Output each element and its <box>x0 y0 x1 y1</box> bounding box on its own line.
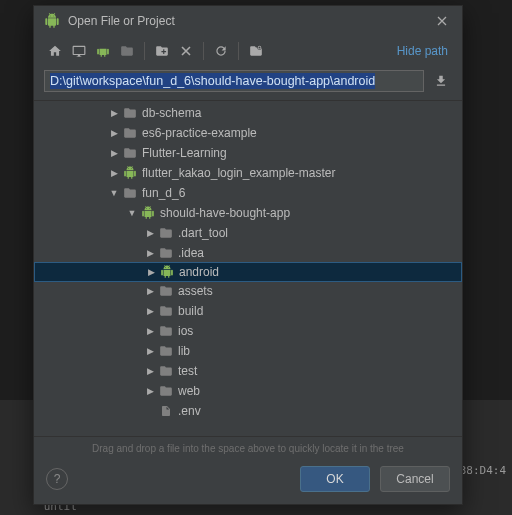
tree-node[interactable]: ▶android <box>34 262 462 282</box>
android-icon <box>122 166 138 180</box>
ok-button[interactable]: OK <box>300 466 370 492</box>
titlebar: Open File or Project <box>34 6 462 36</box>
tree-node-label: .env <box>178 404 201 418</box>
separator <box>238 42 239 60</box>
tree-node-label: .dart_tool <box>178 226 228 240</box>
dialog-title: Open File or Project <box>68 14 432 28</box>
folder-icon <box>158 344 174 358</box>
tree-node-label: web <box>178 384 200 398</box>
folder-icon <box>158 324 174 338</box>
tree-node-label: build <box>178 304 203 318</box>
expand-arrow-icon[interactable]: ▶ <box>108 168 120 178</box>
folder-icon <box>122 186 138 200</box>
folder-icon <box>158 226 174 240</box>
android-icon <box>159 265 175 279</box>
tree-node-label: test <box>178 364 197 378</box>
expand-arrow-icon[interactable]: ▶ <box>144 326 156 336</box>
close-icon[interactable] <box>432 11 452 31</box>
delete-icon[interactable] <box>175 40 197 62</box>
folder-icon <box>158 304 174 318</box>
expand-arrow-icon[interactable]: ▶ <box>144 306 156 316</box>
expand-arrow-icon[interactable]: ▶ <box>108 108 120 118</box>
tree-node-label: es6-practice-example <box>142 126 257 140</box>
tree-node-label: .idea <box>178 246 204 260</box>
tree-node[interactable]: ▶ios <box>34 321 462 341</box>
tree-node-label: db-schema <box>142 106 201 120</box>
refresh-icon[interactable] <box>210 40 232 62</box>
tree-node-label: ios <box>178 324 193 338</box>
help-button[interactable]: ? <box>46 468 68 490</box>
expand-arrow-icon[interactable]: ▼ <box>126 208 138 218</box>
tree-node[interactable]: .env <box>34 401 462 421</box>
folder-icon <box>158 284 174 298</box>
expand-arrow-icon[interactable]: ▶ <box>108 128 120 138</box>
tree-node[interactable]: ▶flutter_kakao_login_example-master <box>34 163 462 183</box>
toolbar: Hide path <box>34 36 462 66</box>
expand-arrow-icon[interactable]: ▶ <box>144 366 156 376</box>
module-icon[interactable] <box>116 40 138 62</box>
tree-node[interactable]: ▶web <box>34 381 462 401</box>
expand-arrow-icon[interactable]: ▶ <box>144 286 156 296</box>
path-input[interactable]: D:\git\workspace\fun_d_6\should-have-bou… <box>44 70 424 92</box>
open-file-dialog: Open File or Project <box>33 5 463 505</box>
separator <box>144 42 145 60</box>
tree-node[interactable]: ▶db-schema <box>34 103 462 123</box>
tree-node[interactable]: ▶Flutter-Learning <box>34 143 462 163</box>
show-hidden-icon[interactable] <box>245 40 267 62</box>
separator <box>203 42 204 60</box>
hide-path-link[interactable]: Hide path <box>393 44 452 58</box>
folder-icon <box>158 246 174 260</box>
folder-icon <box>122 106 138 120</box>
tree-node-label: flutter_kakao_login_example-master <box>142 166 335 180</box>
folder-icon <box>122 126 138 140</box>
tree-node[interactable]: ▶es6-practice-example <box>34 123 462 143</box>
tree-node-label: android <box>179 265 219 279</box>
tree-node[interactable]: ▶build <box>34 301 462 321</box>
folder-icon <box>122 146 138 160</box>
tree-node[interactable]: ▶lib <box>34 341 462 361</box>
folder-icon <box>158 384 174 398</box>
tree-node-label: assets <box>178 284 213 298</box>
download-icon[interactable] <box>430 70 452 92</box>
file-tree[interactable]: ▶db-schema▶es6-practice-example▶Flutter-… <box>34 100 462 437</box>
home-icon[interactable] <box>44 40 66 62</box>
terminal-line: 38:D4:4 <box>460 464 506 477</box>
file-icon <box>158 404 174 418</box>
expand-arrow-icon[interactable]: ▼ <box>108 188 120 198</box>
expand-arrow-icon[interactable]: ▶ <box>144 386 156 396</box>
project-icon[interactable] <box>92 40 114 62</box>
cancel-button[interactable]: Cancel <box>380 466 450 492</box>
tree-node-label: should-have-bought-app <box>160 206 290 220</box>
expand-arrow-icon[interactable]: ▶ <box>145 267 157 277</box>
tree-node-label: lib <box>178 344 190 358</box>
tree-node[interactable]: ▼fun_d_6 <box>34 183 462 203</box>
path-text: D:\git\workspace\fun_d_6\should-have-bou… <box>50 73 375 89</box>
tree-node[interactable]: ▼should-have-bought-app <box>34 203 462 223</box>
tree-node[interactable]: ▶test <box>34 361 462 381</box>
folder-icon <box>158 364 174 378</box>
tree-node[interactable]: ▶.dart_tool <box>34 223 462 243</box>
expand-arrow-icon[interactable]: ▶ <box>144 248 156 258</box>
expand-arrow-icon[interactable]: ▶ <box>144 228 156 238</box>
tree-node[interactable]: ▶assets <box>34 281 462 301</box>
tree-node-label: fun_d_6 <box>142 186 185 200</box>
tree-node[interactable]: ▶.idea <box>34 243 462 263</box>
android-icon <box>140 206 156 220</box>
new-folder-icon[interactable] <box>151 40 173 62</box>
expand-arrow-icon[interactable]: ▶ <box>144 346 156 356</box>
android-icon <box>44 13 60 29</box>
button-row: ? OK Cancel <box>34 458 462 504</box>
desktop-icon[interactable] <box>68 40 90 62</box>
tree-node-label: Flutter-Learning <box>142 146 227 160</box>
hint-text: Drag and drop a file into the space abov… <box>34 437 462 458</box>
expand-arrow-icon[interactable]: ▶ <box>108 148 120 158</box>
path-row: D:\git\workspace\fun_d_6\should-have-bou… <box>34 66 462 100</box>
